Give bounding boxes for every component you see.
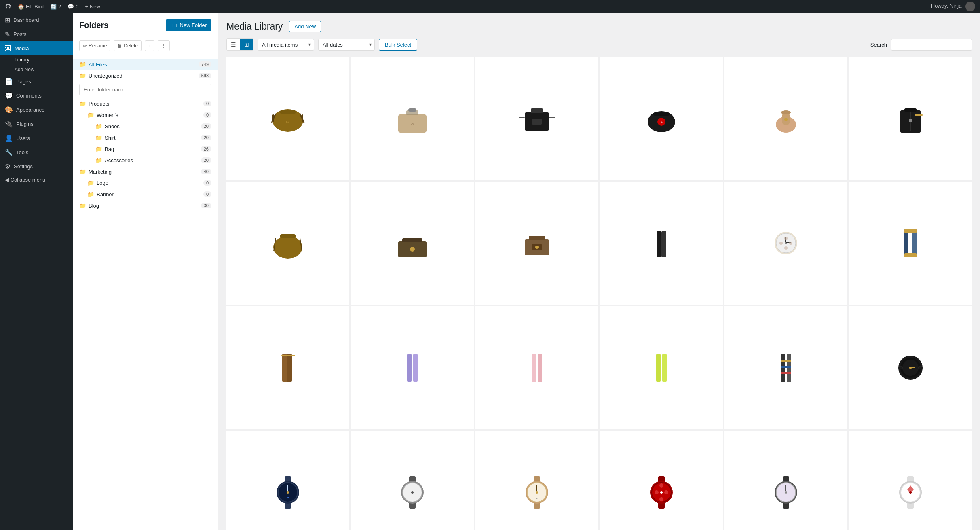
sidebar-submenu-library[interactable]: Library [11,55,73,65]
sidebar-submenu-add-new[interactable]: Add New [11,65,73,74]
logo-folder-item[interactable]: 📁 Logo 0 [81,177,218,189]
media-item[interactable] [351,431,474,530]
bulk-select-button[interactable]: Bulk Select [379,39,417,51]
sidebar-item-comments[interactable]: 💬 Comments [0,89,73,103]
media-item[interactable] [351,306,474,429]
folders-title: Folders [79,21,108,30]
womens-children: 📁 Shoes 20 📁 Shirt 20 📁 Bag 26 [81,121,218,166]
shirt-folder-item[interactable]: 📁 Shirt 20 [89,132,218,143]
shirt-label: Shirt [105,135,201,141]
accessories-label: Accessories [105,157,201,163]
media-item[interactable] [600,431,723,530]
media-item[interactable] [849,57,972,180]
sort-button[interactable]: ↕ [145,40,154,51]
sidebar-item-label: Posts [13,31,27,37]
svg-rect-5 [302,114,303,122]
media-item[interactable] [351,182,474,305]
svg-rect-57 [281,355,295,356]
svg-point-29 [273,236,302,259]
wp-logo-link[interactable]: ⚙ [5,2,11,11]
svg-rect-117 [786,492,790,492]
sidebar-item-label: Plugins [16,121,34,127]
svg-point-50 [779,242,783,245]
banner-folder-item[interactable]: 📁 Banner 0 [81,189,218,200]
media-item[interactable] [849,431,972,530]
sidebar-item-dashboard[interactable]: ⊞ Dashboard [0,13,73,27]
dashboard-icon: ⊞ [5,16,10,24]
svg-rect-15 [532,119,542,125]
media-item[interactable] [724,306,847,429]
svg-rect-59 [413,354,418,382]
sidebar-item-label: Tools [16,149,28,155]
media-title: Media Library [226,21,283,32]
media-item[interactable] [600,182,723,305]
media-item[interactable]: LV [600,57,723,180]
plugins-icon: 🔌 [5,120,13,128]
list-view-button[interactable]: ☰ [227,39,240,50]
media-item[interactable] [475,306,598,429]
collapse-menu[interactable]: ◀ Collapse menu [0,174,73,186]
media-item[interactable]: ✦ [475,431,598,530]
sidebar-item-tools[interactable]: 🔧 Tools [0,145,73,159]
svg-rect-4 [272,114,274,122]
womens-folder-item[interactable]: 📁 Women's 0 [81,109,218,121]
svg-point-107 [659,483,663,488]
new-folder-button[interactable]: + + New Folder [166,19,211,31]
media-item[interactable]: LV [226,57,349,180]
svg-point-22 [781,110,791,114]
media-item[interactable] [849,306,972,429]
sidebar-item-pages[interactable]: 📄 Pages [0,74,73,89]
search-input[interactable] [891,39,972,51]
svg-point-110 [655,490,659,494]
bag-folder-item[interactable]: 📁 Bag 26 [89,143,218,155]
media-type-filter[interactable]: All media items Images Audio Video [258,39,314,51]
media-submenu: Library Add New [0,55,73,74]
sidebar-item-media[interactable]: 🖼 Media [0,41,73,55]
sidebar-item-users[interactable]: 👤 Users [0,131,73,145]
date-filter[interactable]: All dates January 2024 February 2024 [318,39,375,51]
media-item[interactable] [724,57,847,180]
media-item[interactable]: ★ [226,431,349,530]
updates-link[interactable]: 🔄 2 [50,4,61,10]
accessories-folder-item[interactable]: 📁 Accessories 20 [89,155,218,166]
folders-header: Folders + + New Folder [73,13,218,36]
grid-view-button[interactable]: ⊞ [240,39,253,50]
svg-rect-17 [653,112,670,116]
more-options-button[interactable]: ⋮ [158,40,170,51]
media-item[interactable]: LV [351,57,474,180]
media-item[interactable] [600,306,723,429]
marketing-folder-item[interactable]: 📁 Marketing 40 [73,166,218,177]
media-item[interactable] [226,306,349,429]
ellipsis-icon: ⋮ [161,43,166,49]
add-new-button[interactable]: Add New [289,21,321,32]
media-item[interactable] [724,431,847,530]
svg-rect-73 [910,362,910,367]
folder-name-input[interactable] [79,84,211,95]
sidebar-item-plugins[interactable]: 🔌 Plugins [0,117,73,131]
uncategorized-item[interactable]: 📁 Uncategorized 593 [73,70,218,81]
media-item[interactable] [724,182,847,305]
sidebar-item-posts[interactable]: ✎ Posts [0,27,73,41]
sidebar-item-appearance[interactable]: 🎨 Appearance [0,103,73,117]
sidebar-item-settings[interactable]: ⚙ Settings [0,159,73,174]
site-name-link[interactable]: 🏠 FileBird [18,4,44,10]
delete-button[interactable]: 🗑 Delete [114,40,142,51]
top-bar-left: ⚙ 🏠 FileBird 🔄 2 💬 0 + New [5,2,100,11]
svg-rect-25 [904,108,917,112]
media-item[interactable] [475,57,598,180]
media-item[interactable] [849,182,972,305]
shirt-folder-icon: 📁 [95,134,102,141]
new-content-link[interactable]: + New [85,4,100,10]
all-files-item[interactable]: 📁 All Files 749 [73,59,218,70]
shoes-folder-item[interactable]: 📁 Shoes 20 [89,121,218,132]
media-item[interactable] [475,182,598,305]
svg-rect-1 [280,110,296,114]
media-item[interactable] [226,182,349,305]
blog-folder-item[interactable]: 📁 Blog 30 [73,200,218,211]
products-folder-item[interactable]: 📁 Products 0 [73,98,218,109]
womens-count: 0 [203,112,211,118]
comments-link[interactable]: 💬 0 [68,4,78,10]
all-files-icon: 📁 [79,61,86,68]
rename-button[interactable]: ✏ Rename [79,40,110,51]
svg-point-109 [659,497,663,501]
